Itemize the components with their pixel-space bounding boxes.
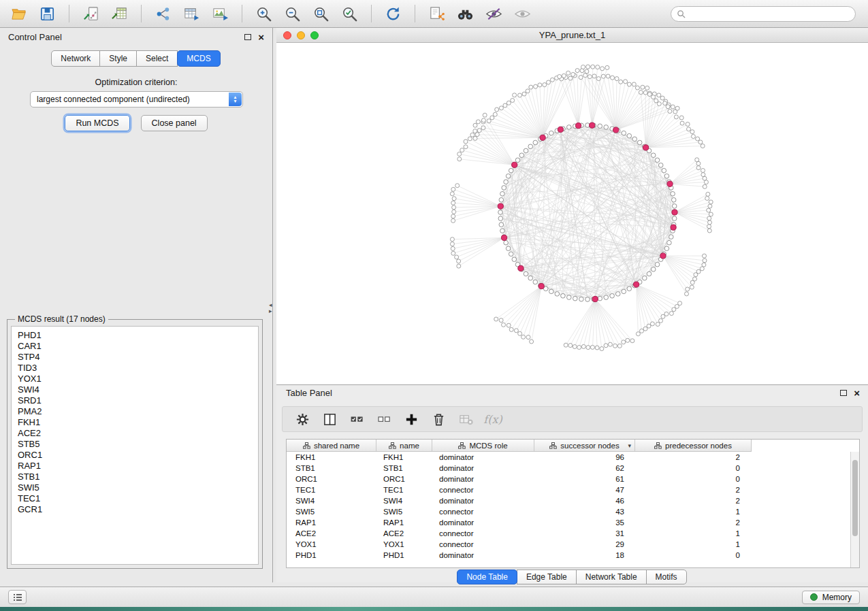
export-image-button[interactable]: [208, 3, 232, 24]
expand-right-icon[interactable]: ▸: [269, 308, 272, 314]
mcds-result-item[interactable]: SRD1: [18, 395, 258, 406]
table-cell: YOX1: [376, 540, 432, 548]
collapse-left-icon[interactable]: ◂: [269, 302, 272, 308]
zoom-fit-button[interactable]: [309, 3, 333, 24]
table-cell: PHD1: [287, 551, 376, 559]
tab-network-table[interactable]: Network Table: [576, 569, 647, 584]
table-row[interactable]: RAP1RAP1dominator352: [287, 517, 859, 528]
optimization-criterion-select[interactable]: largest connected component (undirected)…: [30, 91, 243, 108]
mcds-result-item[interactable]: PHD1: [18, 330, 258, 341]
table-panel-tabs: Node TableEdge TableNetwork TableMotifs: [276, 569, 868, 584]
zoom-in-button[interactable]: [252, 3, 276, 24]
deselect-all-button[interactable]: [374, 409, 394, 429]
table-cell: SWI4: [376, 497, 432, 505]
network-canvas[interactable]: [276, 43, 868, 384]
mcds-result-item[interactable]: STP4: [18, 352, 258, 363]
table-row[interactable]: ACE2ACE2connector311: [287, 528, 859, 539]
mcds-result-item[interactable]: PMA2: [18, 406, 258, 417]
zoom-selected-button[interactable]: [338, 3, 361, 24]
table-cell: SWI5: [376, 508, 432, 516]
mcds-result-item[interactable]: YOX1: [18, 374, 258, 384]
show-all-button[interactable]: [511, 3, 534, 24]
search-input[interactable]: [690, 9, 850, 18]
mcds-result-item[interactable]: RAP1: [18, 461, 258, 472]
table-scrollbar[interactable]: [850, 452, 859, 567]
columns-button[interactable]: [319, 409, 340, 429]
mcds-result-item[interactable]: GCR1: [18, 504, 258, 515]
close-control-panel-icon[interactable]: ×: [258, 32, 264, 42]
apply-function-button[interactable]: f(x): [483, 409, 503, 429]
column-header-successor-nodes[interactable]: successor nodes▾: [534, 440, 635, 451]
copy-style-button[interactable]: [425, 3, 449, 24]
hide-selected-button[interactable]: [482, 3, 506, 24]
close-table-panel-icon[interactable]: ×: [854, 388, 860, 398]
mcds-result-item[interactable]: ORC1: [18, 450, 258, 461]
table-row[interactable]: ORC1ORC1dominator610: [287, 474, 859, 484]
table-row[interactable]: YOX1YOX1connector291: [287, 539, 859, 550]
table-row[interactable]: SWI5SWI5connector431: [287, 506, 859, 517]
tab-select[interactable]: Select: [136, 50, 178, 67]
tab-network[interactable]: Network: [51, 50, 100, 67]
float-panel-icon[interactable]: [244, 34, 251, 40]
import-table-button[interactable]: [108, 3, 131, 24]
mcds-result-item[interactable]: STB5: [18, 439, 258, 450]
tab-node-table[interactable]: Node Table: [457, 569, 517, 584]
column-header-mcds-role[interactable]: MCDS role: [432, 440, 534, 451]
mcds-result-item[interactable]: ACE2: [18, 428, 258, 439]
import-network-button[interactable]: [79, 3, 103, 24]
panel-splitter-handle[interactable]: ◂▸: [269, 302, 272, 314]
find-button[interactable]: [453, 3, 477, 24]
table-cell: 18: [534, 551, 635, 559]
table-row[interactable]: PHD1PHD1dominator180: [287, 550, 859, 561]
table-cell: dominator: [432, 464, 534, 472]
column-header-shared-name[interactable]: shared name: [287, 440, 376, 451]
table-row[interactable]: FKH1FKH1dominator962: [287, 452, 859, 463]
table-row[interactable]: TEC1TEC1connector472: [287, 484, 859, 495]
mcds-result-item[interactable]: STB1: [18, 472, 258, 482]
mcds-result-item[interactable]: SWI5: [18, 482, 258, 493]
mcds-result-item[interactable]: TID3: [18, 363, 258, 374]
import-network-icon: [82, 5, 99, 22]
table-cell: STB1: [376, 464, 432, 472]
sort-menu-icon[interactable]: ▾: [628, 442, 631, 449]
zoom-out-button[interactable]: [280, 3, 304, 24]
panel-menu-button[interactable]: [8, 590, 27, 604]
scrollbar-thumb[interactable]: [852, 460, 858, 536]
network-canvas-svg[interactable]: [276, 43, 868, 384]
control-panel-tabs: NetworkStyleSelectMCDS: [0, 50, 272, 67]
mcds-result-item[interactable]: TEC1: [18, 493, 258, 504]
column-header-name[interactable]: name: [376, 440, 432, 451]
open-folder-button[interactable]: [7, 3, 31, 24]
mcds-result-item[interactable]: CAR1: [18, 341, 258, 352]
mcds-result-item[interactable]: SWI4: [18, 384, 258, 395]
gear-button[interactable]: [292, 409, 312, 429]
table-row[interactable]: STB1STB1dominator620: [287, 463, 859, 474]
tab-edge-table[interactable]: Edge Table: [517, 569, 577, 584]
tab-mcds[interactable]: MCDS: [177, 50, 220, 67]
mcds-result-item[interactable]: FKH1: [18, 417, 258, 428]
gear-icon: [295, 412, 310, 427]
network-window-titlebar[interactable]: YPA_prune.txt_1: [276, 28, 868, 43]
tab-motifs[interactable]: Motifs: [646, 569, 687, 584]
table-row[interactable]: SWI4SWI4dominator462: [287, 495, 859, 506]
zoom-out-icon: [284, 5, 301, 22]
refresh-button[interactable]: [381, 3, 405, 24]
table-cell: 2: [635, 453, 751, 461]
toolbar-separator: [242, 5, 242, 22]
export-table-button[interactable]: [180, 3, 204, 24]
column-header-predecessor-nodes[interactable]: predecessor nodes: [635, 440, 751, 451]
mcds-result-list[interactable]: PHD1CAR1STP4TID3YOX1SWI4SRD1PMA2FKH1ACE2…: [11, 326, 259, 565]
trash-button[interactable]: [428, 409, 449, 429]
float-table-panel-icon[interactable]: [840, 390, 847, 396]
run-mcds-button[interactable]: Run MCDS: [65, 115, 129, 131]
save-button[interactable]: [35, 3, 59, 24]
table-cell: 2: [635, 518, 751, 527]
add-button[interactable]: [401, 409, 421, 429]
search-box[interactable]: [671, 6, 856, 22]
select-all-button[interactable]: [347, 409, 367, 429]
close-panel-button[interactable]: Close panel: [141, 115, 208, 131]
export-network-button[interactable]: [151, 3, 175, 24]
tab-style[interactable]: Style: [99, 50, 137, 67]
memory-button[interactable]: Memory: [802, 591, 860, 604]
delete-table-button[interactable]: [455, 409, 476, 429]
